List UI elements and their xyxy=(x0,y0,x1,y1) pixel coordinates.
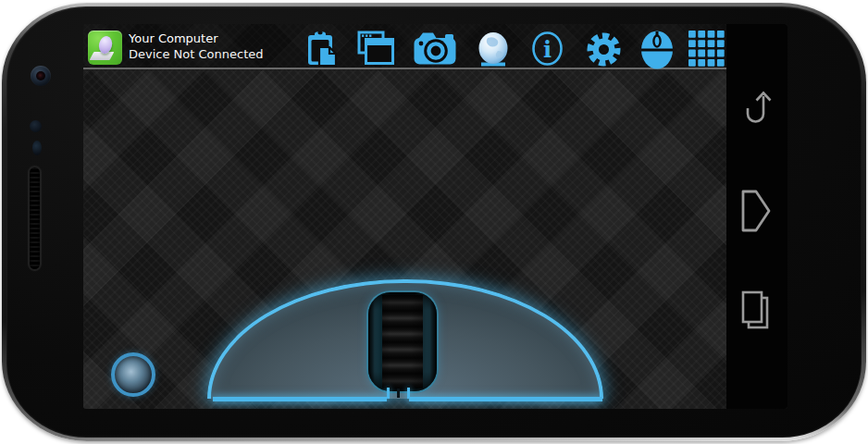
computer-name: Your Computer xyxy=(129,31,264,46)
mouse-icon xyxy=(639,31,675,69)
mouse-bottom-edge-right xyxy=(409,397,602,401)
mouse-button[interactable] xyxy=(639,31,675,69)
back-icon xyxy=(739,87,775,130)
home-icon xyxy=(739,188,773,234)
mouse-button-divider-gap xyxy=(397,388,400,398)
app-logo-icon xyxy=(88,31,122,65)
app-bar: Your Computer Device Not Connected xyxy=(83,24,726,69)
screen: Your Computer Device Not Connected xyxy=(83,24,787,409)
svg-text:i: i xyxy=(543,36,552,63)
light-sensor xyxy=(32,141,42,155)
phone-mockup: Your Computer Device Not Connected xyxy=(0,0,868,444)
keyboard-grid-icon xyxy=(688,31,725,67)
home-button[interactable] xyxy=(739,188,775,238)
recent-apps-button[interactable] xyxy=(739,290,775,336)
clipboard-paste-button[interactable] xyxy=(305,31,339,68)
camera-button[interactable] xyxy=(413,31,457,66)
settings-gear-icon xyxy=(585,31,623,68)
keyboard-button[interactable] xyxy=(688,31,725,67)
scroll-wheel[interactable] xyxy=(366,290,439,393)
mouse-button-divider-left xyxy=(387,388,390,399)
connection-info: Your Computer Device Not Connected xyxy=(129,31,264,62)
mouse-bottom-edge-left xyxy=(213,397,387,401)
windows-button[interactable] xyxy=(357,31,394,66)
info-button[interactable]: i xyxy=(531,31,564,67)
camera-icon xyxy=(413,31,457,66)
scroll-wheel-shading xyxy=(368,292,437,391)
pointer-button[interactable] xyxy=(111,352,155,397)
webcam-icon xyxy=(476,31,511,68)
info-icon: i xyxy=(531,31,564,67)
connection-status: Device Not Connected xyxy=(129,46,264,62)
clipboard-paste-icon xyxy=(305,31,339,68)
windows-icon xyxy=(357,31,394,66)
front-camera xyxy=(31,66,51,86)
settings-button[interactable] xyxy=(585,31,623,68)
webcam-button[interactable] xyxy=(476,31,511,68)
recent-apps-icon xyxy=(739,290,773,332)
system-navbar xyxy=(726,24,787,409)
proximity-sensor xyxy=(30,120,42,132)
earpiece-speaker xyxy=(28,166,42,271)
mouse-button-divider-right xyxy=(407,388,410,399)
back-button[interactable] xyxy=(739,87,775,133)
